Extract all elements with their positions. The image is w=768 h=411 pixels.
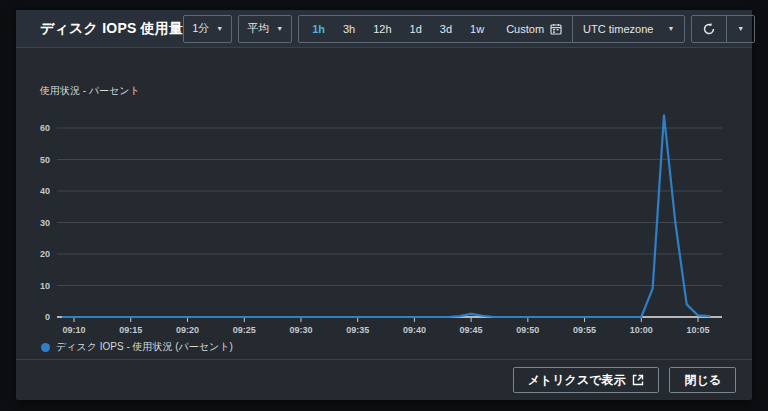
- chevron-down-icon: ▼: [276, 25, 283, 32]
- svg-text:09:50: 09:50: [516, 325, 539, 335]
- svg-text:09:10: 09:10: [63, 325, 86, 335]
- chevron-down-icon: ▼: [737, 25, 744, 32]
- calendar-icon: [550, 23, 562, 35]
- time-range-3h[interactable]: 3h: [334, 23, 364, 35]
- svg-text:50: 50: [40, 155, 50, 165]
- legend-marker-icon: [41, 343, 50, 352]
- svg-text:20: 20: [40, 249, 50, 259]
- custom-range-button[interactable]: Custom: [497, 23, 572, 35]
- statistic-dropdown[interactable]: 平均 ▼: [238, 15, 292, 43]
- time-range-3d[interactable]: 3d: [431, 23, 461, 35]
- external-link-icon: [632, 374, 644, 386]
- period-dropdown[interactable]: 1分 ▼: [183, 15, 232, 43]
- svg-text:09:30: 09:30: [289, 325, 312, 335]
- close-button[interactable]: 閉じる: [669, 367, 736, 393]
- svg-text:30: 30: [40, 218, 50, 228]
- view-in-metrics-button[interactable]: メトリクスで表示: [513, 367, 660, 393]
- refresh-icon: [702, 22, 716, 36]
- dialog-title: ディスク IOPS 使用量: [40, 20, 183, 38]
- timezone-dropdown[interactable]: UTC timezone ▼: [573, 23, 684, 35]
- view-in-metrics-label: メトリクスで表示: [528, 372, 626, 389]
- svg-text:09:55: 09:55: [573, 325, 596, 335]
- svg-text:09:20: 09:20: [176, 325, 199, 335]
- legend-label: ディスク IOPS - 使用状況 (パーセント): [56, 340, 233, 354]
- chevron-down-icon: ▼: [216, 25, 223, 32]
- custom-range-label: Custom: [506, 23, 544, 35]
- chart-legend: ディスク IOPS - 使用状況 (パーセント): [41, 340, 233, 354]
- period-dropdown-value: 1分: [192, 21, 209, 36]
- svg-text:09:35: 09:35: [346, 325, 369, 335]
- header-controls: 1分 ▼ 平均 ▼ 1h 3h 12h 1d 3d 1w Custom: [183, 15, 768, 43]
- time-range-links: 1h 3h 12h 1d 3d 1w: [299, 23, 497, 35]
- svg-text:09:15: 09:15: [119, 325, 142, 335]
- line-chart[interactable]: 010203040506009:1009:1509:2009:2509:3009…: [16, 58, 752, 336]
- dialog-footer: メトリクスで表示 閉じる: [16, 359, 752, 400]
- close-button-label: 閉じる: [684, 372, 721, 389]
- refresh-split-button: ▼: [691, 15, 755, 43]
- time-range-1d[interactable]: 1d: [401, 23, 431, 35]
- svg-text:09:40: 09:40: [403, 325, 426, 335]
- svg-text:10: 10: [40, 281, 50, 291]
- svg-text:0: 0: [45, 312, 50, 322]
- refresh-button[interactable]: [692, 16, 726, 42]
- time-range-1w[interactable]: 1w: [461, 23, 493, 35]
- dialog-header: ディスク IOPS 使用量 1分 ▼ 平均 ▼ 1h 3h 12h 1d 3d …: [16, 10, 752, 48]
- chevron-down-icon: ▼: [667, 25, 674, 32]
- statistic-dropdown-value: 平均: [247, 21, 269, 36]
- svg-text:09:45: 09:45: [460, 325, 483, 335]
- refresh-options-button[interactable]: ▼: [727, 16, 754, 42]
- time-range-group: 1h 3h 12h 1d 3d 1w Custom: [298, 15, 685, 43]
- time-range-12h[interactable]: 12h: [364, 23, 400, 35]
- metric-detail-dialog: ディスク IOPS 使用量 1分 ▼ 平均 ▼ 1h 3h 12h 1d 3d …: [16, 10, 752, 400]
- svg-text:10:05: 10:05: [687, 325, 710, 335]
- svg-text:40: 40: [40, 186, 50, 196]
- svg-text:60: 60: [40, 123, 50, 133]
- svg-text:10:00: 10:00: [630, 325, 653, 335]
- svg-text:09:25: 09:25: [233, 325, 256, 335]
- time-range-1h[interactable]: 1h: [303, 23, 334, 35]
- timezone-dropdown-value: UTC timezone: [583, 23, 653, 35]
